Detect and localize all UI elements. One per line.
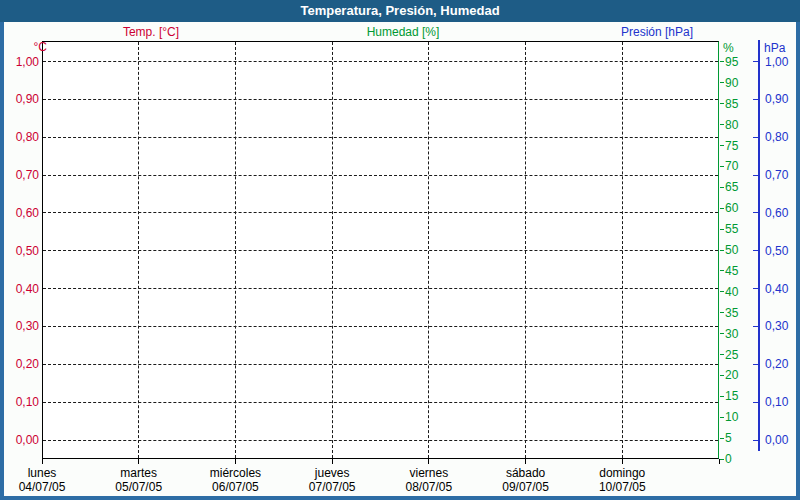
temp-tick-label: 0,10 <box>16 394 39 410</box>
pressure-tick-mark <box>753 212 758 213</box>
temp-tick-label: 0,80 <box>16 129 39 145</box>
h-gridline <box>43 99 718 100</box>
humidity-tick-mark <box>720 103 724 104</box>
humidity-tick-label: 45 <box>725 263 738 279</box>
humidity-tick-mark <box>720 333 724 334</box>
day-tick-mark <box>235 459 236 464</box>
pressure-tick-label: 0,50 <box>765 243 788 259</box>
humidity-tick-mark <box>720 396 724 397</box>
day-tick-mark <box>138 459 139 464</box>
v-gridline <box>622 42 623 458</box>
humidity-tick-label: 15 <box>725 388 738 404</box>
day-tick-mark <box>332 459 333 464</box>
pressure-tick-label: 0,90 <box>765 91 788 107</box>
pressure-tick-label: 0,10 <box>765 394 788 410</box>
humidity-tick-label: 30 <box>725 326 738 342</box>
h-gridline <box>43 61 718 62</box>
pressure-tick-mark <box>753 137 758 138</box>
humidity-tick-mark <box>720 166 724 167</box>
day-date-label: 04/07/05 <box>0 480 92 494</box>
day-tick-mark <box>719 459 720 464</box>
humidity-tick-mark <box>720 375 724 376</box>
humidity-tick-label: 95 <box>725 54 738 70</box>
pressure-tick-mark <box>753 61 758 62</box>
pressure-tick-label: 0,30 <box>765 318 788 334</box>
v-gridline <box>235 42 236 458</box>
v-gridline <box>525 42 526 458</box>
humidity-tick-mark <box>720 270 724 271</box>
h-gridline <box>43 175 718 176</box>
pressure-tick-label: 0,00 <box>765 432 788 448</box>
v-gridline <box>138 42 139 458</box>
humidity-tick-mark <box>720 187 724 188</box>
h-gridline <box>43 137 718 138</box>
humidity-tick-label: 25 <box>725 347 738 363</box>
chart-canvas: 1,000,900,800,700,600,500,400,300,200,10… <box>0 0 800 500</box>
temp-tick-label: 0,50 <box>16 243 39 259</box>
humidity-tick-label: 65 <box>725 179 738 195</box>
humidity-tick-mark <box>720 312 724 313</box>
humidity-tick-label: 60 <box>725 200 738 216</box>
day-name-label: viernes <box>381 466 477 480</box>
pressure-tick-mark <box>753 440 758 441</box>
day-name-label: domingo <box>574 466 670 480</box>
pressure-tick-mark <box>753 402 758 403</box>
pressure-tick-label: 0,80 <box>765 129 788 145</box>
humidity-tick-label: 40 <box>725 284 738 300</box>
pressure-tick-label: 0,40 <box>765 281 788 297</box>
pressure-tick-mark <box>753 175 758 176</box>
temp-tick-label: 0,40 <box>16 281 39 297</box>
humidity-tick-label: 75 <box>725 138 738 154</box>
weather-chart-window: Temperatura, Presión, Humedad Temp. [°C]… <box>0 0 800 500</box>
h-gridline <box>43 212 718 213</box>
humidity-tick-label: 55 <box>725 221 738 237</box>
humidity-tick-mark <box>720 145 724 146</box>
humidity-tick-mark <box>720 208 724 209</box>
humidity-tick-label: 20 <box>725 367 738 383</box>
pressure-tick-label: 0,20 <box>765 356 788 372</box>
day-date-label: 09/07/05 <box>476 480 576 494</box>
humidity-tick-label: 70 <box>725 158 738 174</box>
day-date-label: 08/07/05 <box>379 480 479 494</box>
humidity-tick-mark <box>720 250 724 251</box>
temp-tick-label: 0,20 <box>16 356 39 372</box>
pressure-tick-label: 0,70 <box>765 167 788 183</box>
pressure-tick-label: 0,60 <box>765 205 788 221</box>
day-tick-mark <box>525 459 526 464</box>
humidity-tick-mark <box>720 417 724 418</box>
day-date-label: 06/07/05 <box>185 480 285 494</box>
day-date-label: 10/07/05 <box>572 480 672 494</box>
day-name-label: lunes <box>0 466 90 480</box>
temp-tick-label: 0,90 <box>16 91 39 107</box>
h-gridline <box>43 288 718 289</box>
humidity-tick-mark <box>720 124 724 125</box>
h-gridline <box>43 326 718 327</box>
h-gridline <box>43 364 718 365</box>
humidity-axis-unit-label: % <box>723 41 734 55</box>
humidity-tick-mark <box>720 459 724 460</box>
temp-tick-label: 0,60 <box>16 205 39 221</box>
humidity-tick-mark <box>720 354 724 355</box>
temp-tick-label: 1,00 <box>16 54 39 70</box>
day-tick-mark <box>428 459 429 464</box>
pressure-tick-mark <box>753 250 758 251</box>
temp-tick-label: 0,00 <box>16 432 39 448</box>
day-tick-mark <box>622 459 623 464</box>
pressure-tick-mark <box>753 99 758 100</box>
h-gridline <box>43 250 718 251</box>
humidity-tick-label: 0 <box>725 451 732 467</box>
h-gridline <box>43 440 718 441</box>
v-gridline <box>428 42 429 458</box>
day-date-label: 07/07/05 <box>282 480 382 494</box>
pressure-tick-mark <box>753 326 758 327</box>
humidity-tick-mark <box>720 82 724 83</box>
humidity-tick-mark <box>720 438 724 439</box>
humidity-tick-mark <box>720 229 724 230</box>
v-gridline <box>332 42 333 458</box>
pressure-tick-mark <box>753 364 758 365</box>
day-tick-mark <box>42 459 43 464</box>
humidity-tick-label: 35 <box>725 305 738 321</box>
h-gridline <box>43 402 718 403</box>
humidity-tick-label: 90 <box>725 75 738 91</box>
pressure-axis-unit-label: hPa <box>764 41 785 55</box>
